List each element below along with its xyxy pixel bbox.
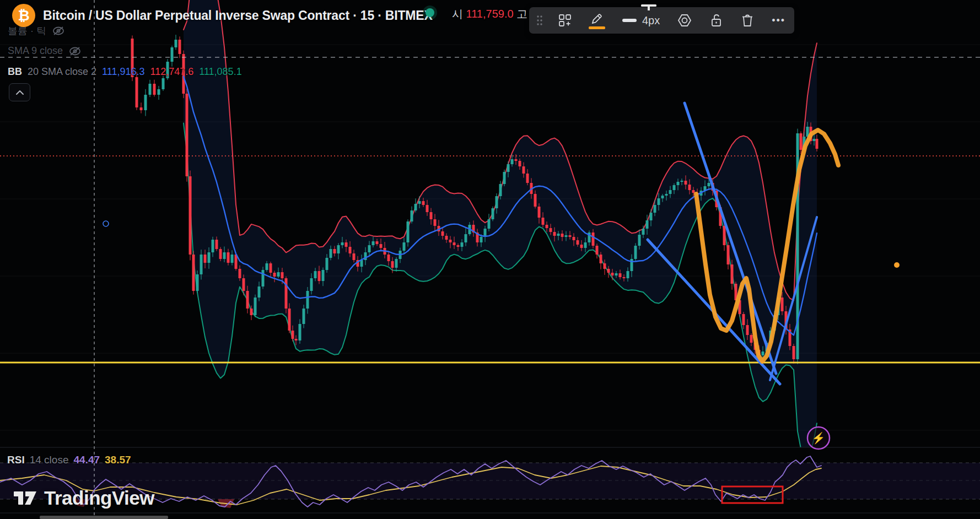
tradingview-watermark: TradingView bbox=[13, 487, 154, 509]
legend-bb-row[interactable]: BB 20 SMA close 2 111,916.3 112,747.6 11… bbox=[8, 66, 242, 78]
rsi-name: RSI bbox=[7, 454, 25, 466]
ohlc-readout: 시 111,759.0 고 1 bbox=[452, 7, 537, 21]
watermark-text: TradingView bbox=[44, 487, 154, 509]
time-scrollbar[interactable] bbox=[40, 516, 168, 519]
sma-label: SMA 9 close bbox=[8, 45, 63, 57]
bb-lower-value: 111,085.1 bbox=[199, 66, 241, 78]
line-width-icon bbox=[622, 18, 637, 23]
drawing-anchor-point[interactable] bbox=[103, 221, 109, 226]
rsi-params: 14 close bbox=[30, 454, 69, 466]
open-value: 111,759.0 bbox=[466, 8, 514, 20]
lock-button[interactable] bbox=[704, 9, 729, 31]
visibility-off-icon[interactable] bbox=[68, 46, 82, 57]
rsi-ma-value: 38.57 bbox=[105, 454, 131, 466]
tradingview-chart-window: ⚡ ₿ Bitcoin / US Dollar Perpetual Invers… bbox=[0, 0, 980, 519]
line-color-pencil-button[interactable] bbox=[584, 9, 610, 31]
collapse-legend-button[interactable] bbox=[9, 83, 30, 101]
open-label: 시 bbox=[452, 8, 463, 20]
rsi-legend-row[interactable]: RSI 14 close 44.47 38.57 bbox=[7, 454, 131, 466]
active-color-swatch bbox=[589, 26, 605, 29]
line-width-button[interactable]: 4px bbox=[616, 9, 666, 31]
pencil-icon bbox=[590, 12, 604, 26]
line-width-label: 4px bbox=[642, 14, 660, 27]
drawing-toolbar: 4px ••• bbox=[529, 7, 794, 34]
legend-sma-row[interactable]: SMA 9 close bbox=[8, 45, 82, 57]
toolbar-drag-handle[interactable] bbox=[532, 9, 546, 31]
settings-button[interactable] bbox=[672, 9, 698, 31]
bollinger-fill bbox=[184, 0, 817, 459]
price-tag-pointer bbox=[641, 4, 656, 10]
svg-text:⚡: ⚡ bbox=[812, 431, 826, 445]
dashboard-add-icon[interactable] bbox=[553, 9, 578, 31]
lightning-emoji-drawing[interactable]: ⚡ bbox=[807, 427, 830, 449]
unlock-icon bbox=[710, 13, 723, 28]
market-status-dot-icon[interactable] bbox=[426, 8, 434, 17]
rsi-value: 44.47 bbox=[73, 454, 100, 466]
symbol-header: ₿ Bitcoin / US Dollar Perpetual Inverse … bbox=[12, 4, 433, 27]
bb-params: 20 SMA close 2 bbox=[28, 66, 96, 78]
settings-hexagon-icon bbox=[677, 13, 692, 28]
bb-name: BB bbox=[8, 66, 22, 78]
bitcoin-icon: ₿ bbox=[12, 4, 35, 27]
orange-dot-drawing[interactable] bbox=[894, 262, 900, 268]
bb-upper-value: 111,916.3 bbox=[102, 66, 144, 78]
trash-icon bbox=[741, 13, 754, 28]
bb-basis-value: 112,747.6 bbox=[150, 66, 193, 78]
symbol-title[interactable]: Bitcoin / US Dollar Perpetual Inverse Sw… bbox=[43, 8, 433, 23]
tradingview-logo-icon bbox=[13, 489, 39, 507]
visibility-off-icon[interactable] bbox=[52, 25, 65, 36]
more-options-button[interactable]: ••• bbox=[766, 9, 791, 31]
high-label: 고 bbox=[516, 8, 527, 20]
chart-canvas[interactable]: ⚡ bbox=[0, 0, 980, 519]
delete-button[interactable] bbox=[735, 9, 760, 31]
